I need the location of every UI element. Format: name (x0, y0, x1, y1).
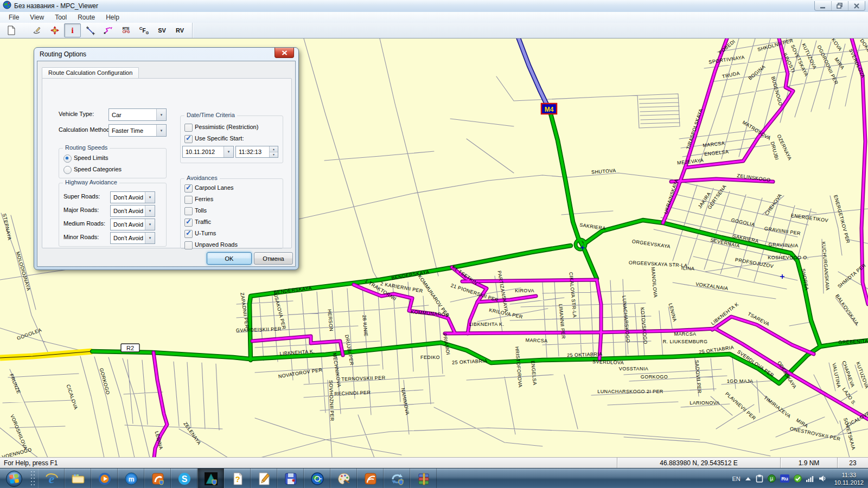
utorrent-tray-icon[interactable]: µ (768, 474, 776, 483)
route-config-button[interactable]: RTECFG (118, 23, 135, 37)
checkbox-carpool-lanes[interactable] (184, 184, 193, 192)
chevron-down-icon[interactable]: ▼ (156, 125, 166, 136)
select-value: Don't Avoid (113, 208, 143, 214)
start-time-spinner[interactable]: 11:32:13 ▲▼ (235, 146, 278, 158)
info-tool-button[interactable]: i (64, 23, 81, 37)
vehicle-type-select[interactable]: Car ▼ (108, 108, 167, 121)
start-date-value: 10.11.2012 (186, 149, 215, 155)
taskbar-ie-icon[interactable]: e (38, 468, 65, 488)
map-area: M4R2STEPNAYAMOLODIOJNAYAGOGOLEAFRUNZECIC… (0, 38, 868, 458)
network-tray-icon[interactable] (806, 475, 814, 482)
svg-text:Ru: Ru (781, 476, 788, 481)
taskbar-clock[interactable]: 11:33 10.11.2012 (831, 471, 864, 486)
svg-text:µ: µ (770, 476, 773, 481)
dialog-body: Route Calculation Configuration Vehicle … (37, 61, 296, 267)
chevron-down-icon[interactable]: ▼ (145, 233, 155, 243)
vehicle-type-label: Vehicle Type: (59, 111, 94, 117)
tab-route-calculation[interactable]: Route Calculation Configuration (42, 67, 139, 78)
status-bar: For Help, press F1 46.883980 N, 29.54351… (0, 457, 868, 468)
taskbar-backup-icon[interactable] (277, 468, 304, 488)
highway-label: Super Roads: (63, 193, 100, 200)
chevron-down-icon[interactable]: ▼ (224, 146, 233, 157)
checkbox-tolls[interactable] (184, 207, 193, 215)
new-file-button[interactable] (3, 23, 20, 37)
checkbox-traffic[interactable] (184, 219, 193, 227)
minimize-button[interactable] (815, 1, 832, 10)
map-label: FEDIKO (420, 355, 440, 360)
taskbar-skype-icon[interactable]: S (171, 468, 197, 488)
menu-item-file[interactable]: File (3, 12, 24, 22)
spin-down-icon[interactable]: ▼ (269, 152, 278, 158)
checkbox-label: Ferries (195, 196, 213, 202)
highway-label: Major Roads: (63, 207, 99, 213)
dialog-close-icon[interactable] (275, 48, 294, 58)
window-titlebar[interactable]: Без названия - MPC_Viewer (0, 0, 868, 12)
chevron-down-icon[interactable]: ▼ (145, 192, 155, 203)
toolbar-spacer (192, 23, 868, 38)
select-minor-roads[interactable]: Don't Avoid▼ (110, 232, 155, 244)
calc-method-select[interactable]: Faster Time ▼ (108, 124, 167, 137)
chevron-down-icon[interactable]: ▼ (145, 219, 155, 230)
rv-button[interactable]: RV (171, 23, 188, 37)
map-label: KIROVA (515, 288, 534, 293)
taskbar-help-file-icon[interactable]: ? (224, 468, 251, 488)
mpc-viewer-window: Без названия - MPC_Viewer FileViewToolRo… (0, 0, 868, 488)
chevron-down-icon[interactable]: ▼ (156, 109, 166, 120)
spin-up-icon[interactable]: ▲ (269, 146, 278, 152)
cfg-button[interactable]: CFG (136, 23, 152, 37)
menu-item-route[interactable]: Route (72, 12, 100, 22)
start-date-select[interactable]: 10.11.2012 ▼ (182, 146, 234, 158)
select-medium-roads[interactable]: Don't Avoid▼ (110, 219, 155, 230)
cancel-button[interactable]: Отмена (254, 252, 293, 265)
map-label: LARIONOVA (690, 400, 719, 406)
checkbox-use-specific-start[interactable] (184, 135, 193, 143)
highway-label: Medium Roads: (63, 220, 105, 227)
route-points-button[interactable] (100, 23, 117, 37)
map-label: ILINA (681, 265, 695, 271)
volume-tray-icon[interactable] (819, 475, 827, 482)
show-hidden-icons[interactable] (745, 477, 751, 481)
taskbar-foxit-icon[interactable] (144, 468, 171, 488)
checkbox-unpaved-roads[interactable] (184, 241, 193, 249)
move-tool-button[interactable] (46, 23, 63, 37)
language-indicator[interactable]: EN (732, 476, 740, 482)
taskbar-sync-icon[interactable] (384, 468, 410, 488)
punto-ru-tray-icon[interactable]: Ru (780, 474, 789, 483)
menu-item-tool[interactable]: Tool (49, 12, 72, 22)
taskbar-foxit-reader-icon[interactable] (357, 468, 384, 488)
menu-item-view[interactable]: View (24, 12, 49, 22)
status-help-text: For Help, press F1 (0, 459, 617, 467)
checkbox-pessimistic-restriction[interactable] (184, 124, 193, 132)
ok-button[interactable]: OK (207, 252, 252, 265)
radio-speed-limits[interactable] (63, 155, 72, 163)
taskbar: emS? EN µRu 11:33 10.11.2012 (0, 468, 868, 488)
taskbar-mpc-viewer-icon[interactable] (304, 468, 330, 488)
datetime-title: Date/Time Criteria (184, 112, 237, 118)
map-label: LUNACHARSKOGO 2I PER (597, 389, 663, 394)
taskbar-grip (28, 470, 38, 487)
clipboard-tray-icon[interactable] (756, 474, 763, 483)
pan-tool-button[interactable] (28, 23, 45, 37)
taskbar-media-player-icon[interactable] (91, 468, 118, 488)
checkbox-ferries[interactable] (184, 196, 193, 204)
measure-tool-button[interactable] (82, 23, 99, 37)
antivirus-tray-icon[interactable] (794, 474, 802, 483)
radio-speed-categories[interactable] (63, 166, 72, 174)
checkbox-u-turns[interactable] (184, 230, 193, 238)
taskbar-paint-icon[interactable] (330, 468, 357, 488)
taskbar-text-editor-icon[interactable] (251, 468, 277, 488)
radio-label: Speed Categories (74, 166, 122, 172)
taskbar-winrar-icon[interactable] (410, 468, 437, 488)
menu-item-help[interactable]: Help (100, 12, 125, 22)
select-super-roads[interactable]: Don't Avoid▼ (110, 191, 155, 203)
taskbar-explorer-icon[interactable] (65, 468, 91, 488)
taskbar-gps-app-icon[interactable] (197, 468, 224, 488)
select-major-roads[interactable]: Don't Avoid▼ (110, 205, 155, 217)
sv-button[interactable]: SV (154, 23, 170, 37)
restore-button[interactable] (832, 1, 848, 10)
dialog-titlebar[interactable]: Routing Options (34, 48, 298, 61)
close-button[interactable] (848, 1, 865, 10)
start-button[interactable] (0, 468, 28, 488)
taskbar-maxthon-icon[interactable]: m (118, 468, 144, 488)
chevron-down-icon[interactable]: ▼ (145, 206, 155, 216)
